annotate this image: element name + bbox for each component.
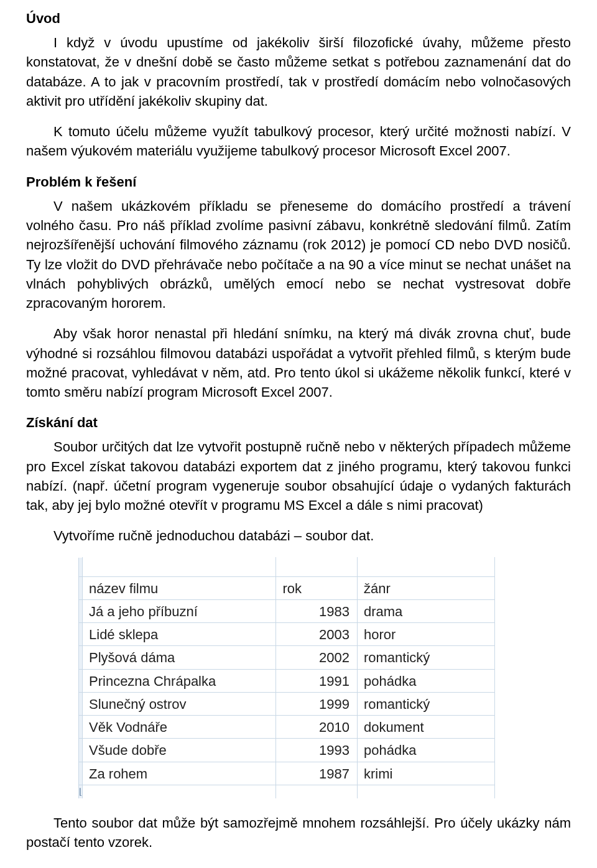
blank-cell [357,557,494,576]
cell-name: Věk Vodnáře [83,716,276,739]
table-row: Já a jeho příbuzní1983drama [79,599,495,622]
col-header-name: název filmu [83,576,276,599]
excel-screenshot: název filmu rok žánr Já a jeho příbuzní1… [78,557,495,799]
paragraph: Aby však horor nenastal při hledání sním… [26,324,571,402]
cell-year: 1993 [276,739,358,762]
cell-name: Všude dobře [83,739,276,762]
blank-cell [276,557,358,576]
cell-year: 2010 [276,716,358,739]
paragraph: I když v úvodu upustíme od jakékoliv šir… [26,33,571,111]
cell-genre: romantický [357,646,494,669]
cell-name: Princezna Chrápalka [83,669,276,692]
table-header-row: název filmu rok žánr [79,576,495,599]
cell-genre: romantický [357,692,494,715]
paragraph: Tento soubor dat může být samozřejmě mno… [26,813,571,852]
cell-genre: horor [357,623,494,646]
heading-problem: Problém k řešení [26,172,571,192]
table-row: Lidé sklepa2003horor [79,623,495,646]
paragraph: V našem ukázkovém příkladu se přeneseme … [26,196,571,313]
cell-genre: drama [357,599,494,622]
cell-year: 1987 [276,762,358,785]
cell-year: 2002 [276,646,358,669]
paragraph: Soubor určitých dat lze vytvořit postupn… [26,437,571,515]
blank-cell [276,785,358,798]
cell-year: 1999 [276,692,358,715]
cell-genre: krimi [357,762,494,785]
table-row: Věk Vodnáře2010dokument [79,716,495,739]
cell-genre: dokument [357,716,494,739]
cell-year: 1991 [276,669,358,692]
blank-cell [83,785,276,798]
row-edge: ⌊ [79,785,83,798]
blank-cell [83,557,276,576]
cell-name: Já a jeho příbuzní [83,599,276,622]
col-header-year: rok [276,576,358,599]
heading-uvod: Úvod [26,9,571,28]
table-row: Všude dobře1993pohádka [79,739,495,762]
cell-genre: pohádka [357,669,494,692]
table-row: Za rohem1987krimi [79,762,495,785]
cell-year: 1983 [276,599,358,622]
paragraph: Vytvoříme ručně jednoduchou databázi – s… [26,526,571,545]
cell-name: Plyšová dáma [83,646,276,669]
cell-name: Lidé sklepa [83,623,276,646]
heading-ziskani: Získání dat [26,413,571,432]
data-table: název filmu rok žánr Já a jeho příbuzní1… [78,557,495,799]
table-row: Slunečný ostrov1999romantický [79,692,495,715]
cell-year: 2003 [276,623,358,646]
table-blank-row [79,557,495,576]
table-bottom-row: ⌊ [79,785,495,798]
cell-genre: pohádka [357,739,494,762]
col-header-genre: žánr [357,576,494,599]
table-row: Princezna Chrápalka1991pohádka [79,669,495,692]
table-row: Plyšová dáma2002romantický [79,646,495,669]
cell-name: Za rohem [83,762,276,785]
paragraph: K tomuto účelu můžeme využít tabulkový p… [26,122,571,160]
cell-name: Slunečný ostrov [83,692,276,715]
blank-cell [357,785,494,798]
